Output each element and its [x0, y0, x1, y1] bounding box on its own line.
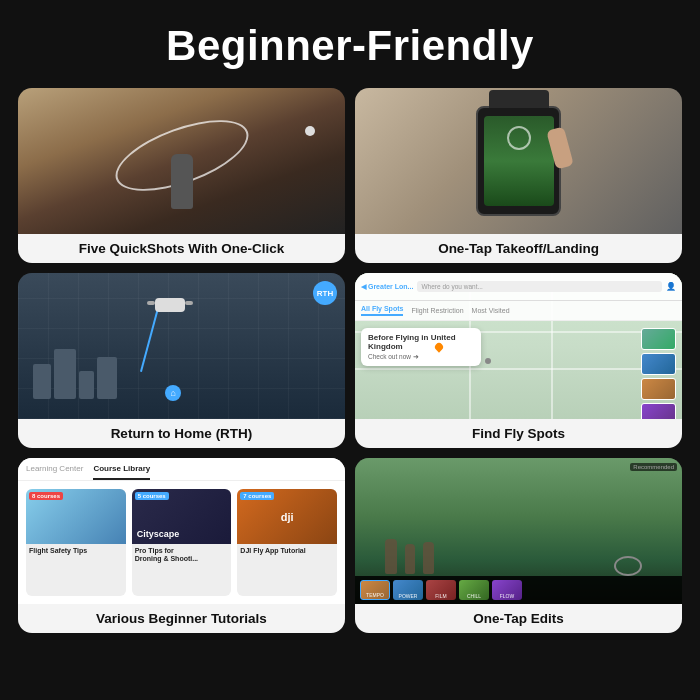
course-badge-2: 5 courses [135, 492, 169, 500]
person-3 [423, 542, 434, 574]
rth-badge: RTH [313, 281, 337, 305]
recommended-label: Recommended [630, 463, 677, 471]
card-rth-image: ⌂ RTH [18, 273, 345, 419]
card-takeoff-image [355, 88, 682, 234]
card-takeoff-label: One-Tap Takeoff/Landing [355, 234, 682, 263]
card-quickshots: Five QuickShots With One-Click [18, 88, 345, 263]
spot-thumb-3 [641, 378, 676, 400]
card-flyspots-image: ◀ Greater Lon... Where do you want... 👤 … [355, 273, 682, 419]
card-rth-label: Return to Home (RTH) [18, 419, 345, 448]
search-bar[interactable]: Where do you want... [417, 281, 662, 292]
dji-logo: dji [281, 511, 294, 523]
flyspots-app-header: ◀ Greater Lon... Where do you want... 👤 [355, 273, 682, 301]
tutorials-app-ui: Learning Center Course Library 8 courses… [18, 458, 345, 604]
phone-screen [484, 116, 554, 206]
card-flyspots-label: Find Fly Spots [355, 419, 682, 448]
edit-thumb-2[interactable]: POWER [393, 580, 423, 600]
course-badge-1: 8 courses [29, 492, 63, 500]
cityscape-overlay: Cityscape [137, 529, 180, 539]
spot-thumbnails [641, 328, 676, 419]
course-badge-3: 7 courses [240, 492, 274, 500]
flyspots-popup: Before Flying in United Kingdom Check ou… [361, 328, 481, 366]
card-rth: ⌂ RTH Return to Home (RTH) [18, 273, 345, 448]
tab-learning-center[interactable]: Learning Center [26, 464, 83, 480]
edit-thumb-4-label: CHILL [459, 593, 489, 599]
people-group [385, 539, 434, 574]
person-figure [171, 154, 193, 209]
course-name-2: Pro Tips forDroning & Shooti... [132, 544, 232, 564]
card-takeoff: One-Tap Takeoff/Landing [355, 88, 682, 263]
card-flyspots: ◀ Greater Lon... Where do you want... 👤 … [355, 273, 682, 448]
card-edits-label: One-Tap Edits [355, 604, 682, 633]
mic-attachment [489, 90, 549, 108]
page-title: Beginner-Friendly [166, 0, 534, 88]
course-thumb-2: 5 courses Cityscape [132, 489, 232, 544]
card-edits: Recommended TEMPO POWER FILM CHILL FLOW [355, 458, 682, 633]
card-quickshots-label: Five QuickShots With One-Click [18, 234, 345, 263]
spot-thumb-4 [641, 403, 676, 419]
bike-icon [614, 556, 642, 576]
person-2 [405, 544, 415, 574]
course-grid: 8 courses Flight Safety Tips 5 courses C… [18, 481, 345, 604]
tutorials-tab-bar: Learning Center Course Library [18, 458, 345, 481]
popup-title: Before Flying in United Kingdom [368, 333, 474, 351]
edit-thumb-5[interactable]: FLOW [492, 580, 522, 600]
tab-flight-restriction[interactable]: Flight Restriction [411, 307, 463, 314]
edit-thumb-2-label: POWER [393, 593, 423, 599]
edit-thumb-4[interactable]: CHILL [459, 580, 489, 600]
card-edits-image: Recommended TEMPO POWER FILM CHILL FLOW [355, 458, 682, 604]
phone-device [476, 106, 561, 216]
tab-course-library[interactable]: Course Library [93, 464, 150, 480]
spot-thumb-2 [641, 353, 676, 375]
tab-most-visited[interactable]: Most Visited [472, 307, 510, 314]
spot-thumb-1 [641, 328, 676, 350]
location-label: ◀ Greater Lon... [361, 283, 413, 291]
flyspots-tab-bar: All Fly Spots Flight Restriction Most Vi… [355, 301, 682, 321]
course-thumb-1: 8 courses [26, 489, 126, 544]
edit-toolbar: TEMPO POWER FILM CHILL FLOW [355, 576, 682, 604]
map-pin-2 [485, 358, 491, 364]
building-cluster [33, 349, 117, 399]
edit-thumb-1[interactable]: TEMPO [360, 580, 390, 600]
edit-thumb-3-label: FILM [426, 593, 456, 599]
course-thumb-3: 7 courses dji [237, 489, 337, 544]
user-icon: 👤 [666, 282, 676, 291]
card-tutorials-label: Various Beginner Tutorials [18, 604, 345, 633]
edit-thumb-5-label: FLOW [492, 593, 522, 599]
card-quickshots-image [18, 88, 345, 234]
course-card-2: 5 courses Cityscape Pro Tips forDroning … [132, 489, 232, 596]
course-card-3: 7 courses dji DJI Fly App Tutorial [237, 489, 337, 596]
course-card-1: 8 courses Flight Safety Tips [26, 489, 126, 596]
course-name-1: Flight Safety Tips [26, 544, 126, 555]
drone-rth-icon [155, 298, 185, 312]
edit-thumb-3[interactable]: FILM [426, 580, 456, 600]
popup-sub[interactable]: Check out now ➜ [368, 353, 474, 361]
card-tutorials-image: Learning Center Course Library 8 courses… [18, 458, 345, 604]
edit-thumb-1-label: TEMPO [361, 592, 389, 598]
drone-icon [305, 126, 315, 136]
tab-all-fly-spots[interactable]: All Fly Spots [361, 305, 403, 316]
card-tutorials: Learning Center Course Library 8 courses… [18, 458, 345, 633]
person-1 [385, 539, 397, 574]
course-name-3: DJI Fly App Tutorial [237, 544, 337, 555]
feature-grid: Five QuickShots With One-Click One-Tap T… [0, 88, 700, 651]
